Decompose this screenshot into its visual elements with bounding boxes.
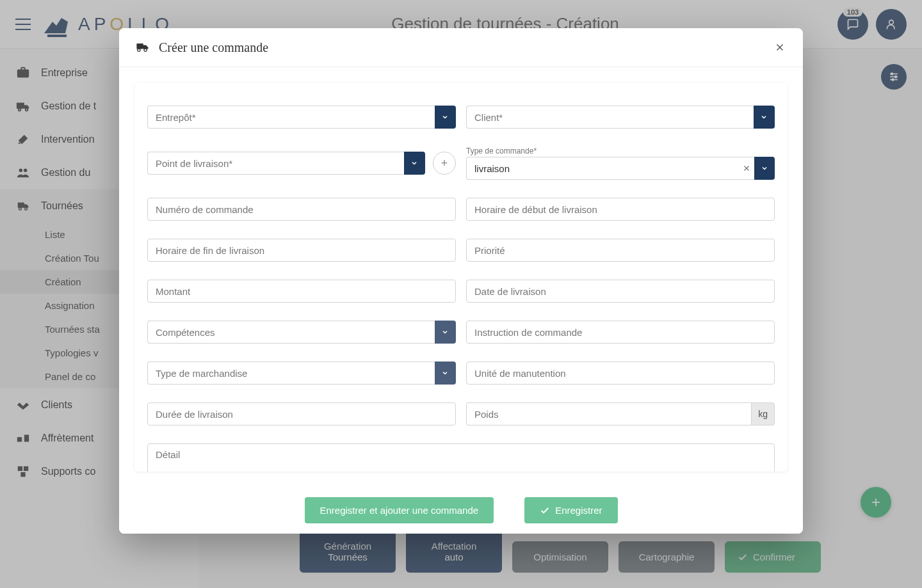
priorite-field — [466, 239, 775, 262]
type-marchandise-dropdown-toggle[interactable] — [435, 362, 456, 385]
priorite-input[interactable] — [466, 239, 775, 262]
competences-field — [147, 321, 456, 344]
poids-field: kg — [466, 402, 775, 425]
save-button[interactable]: Enregistrer — [524, 497, 617, 523]
horaire-fin-input[interactable] — [147, 239, 456, 262]
client-input[interactable] — [466, 106, 754, 129]
detail-field — [147, 443, 775, 472]
type-commande-label: Type de commande* — [466, 147, 775, 155]
montant-input[interactable] — [147, 280, 456, 303]
type-commande-field: Type de commande* — [466, 147, 775, 180]
instruction-field — [466, 321, 775, 344]
type-commande-dropdown-toggle[interactable] — [754, 157, 775, 180]
poids-unit: kg — [751, 402, 775, 425]
point-livraison-dropdown-toggle[interactable] — [404, 152, 425, 175]
modal-title: Créer une commande — [159, 40, 772, 55]
add-delivery-point-button[interactable]: + — [433, 152, 456, 175]
entrepot-field — [147, 106, 456, 129]
entrepot-input[interactable] — [147, 106, 435, 129]
horaire-debut-field — [466, 198, 775, 221]
montant-field — [147, 280, 456, 303]
detail-input[interactable] — [147, 443, 775, 472]
numero-field — [147, 198, 456, 221]
competences-input[interactable] — [147, 321, 435, 344]
create-order-modal: Créer une commande — [119, 28, 803, 534]
poids-input[interactable] — [466, 402, 751, 425]
duree-field — [147, 402, 456, 425]
horaire-fin-field — [147, 239, 456, 262]
svg-point-18 — [144, 49, 147, 51]
point-livraison-field: + — [147, 147, 456, 180]
instruction-input[interactable] — [466, 321, 775, 344]
type-marchandise-input[interactable] — [147, 362, 435, 385]
check-icon — [540, 505, 550, 516]
save-and-add-button[interactable]: Enregistrer et ajouter une commande — [305, 497, 494, 523]
type-commande-input[interactable] — [466, 157, 739, 180]
entrepot-dropdown-toggle[interactable] — [435, 106, 456, 129]
svg-point-17 — [138, 49, 140, 51]
date-livraison-input[interactable] — [466, 280, 775, 303]
unite-input[interactable] — [466, 362, 775, 385]
client-dropdown-toggle[interactable] — [754, 106, 775, 129]
point-livraison-input[interactable] — [147, 152, 404, 175]
client-field — [466, 106, 775, 129]
type-commande-clear-button[interactable] — [739, 157, 755, 180]
unite-field — [466, 362, 775, 385]
competences-dropdown-toggle[interactable] — [435, 321, 456, 344]
type-marchandise-field — [147, 362, 456, 385]
horaire-debut-input[interactable] — [466, 198, 775, 221]
duree-input[interactable] — [147, 402, 456, 425]
truck-fast-icon — [134, 40, 150, 55]
date-livraison-field — [466, 280, 775, 303]
close-button[interactable] — [772, 40, 788, 55]
numero-input[interactable] — [147, 198, 456, 221]
